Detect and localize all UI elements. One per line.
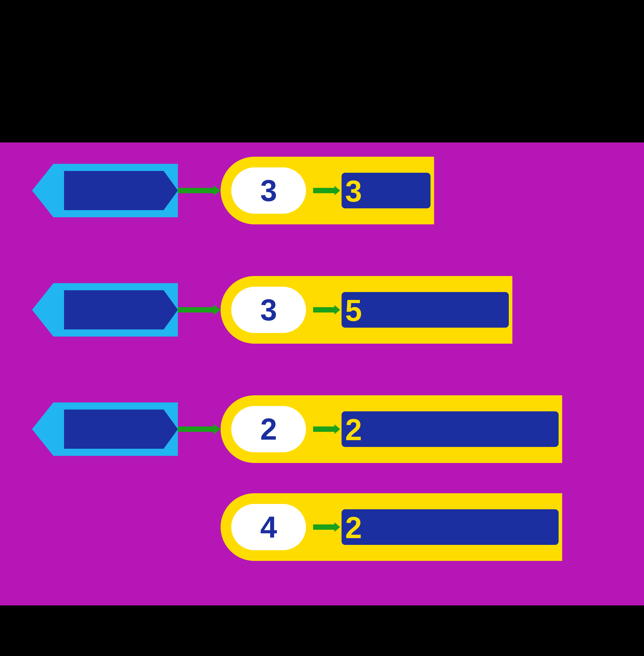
diagram-row: 2 2 2 [0,392,644,466]
row-pill: 3 5 [221,276,512,344]
row-bubble: 3 [231,167,306,214]
row-bubble-label: 4 [260,510,277,545]
row-tag-inner [64,171,164,210]
diagram-row: 2 3 5 [0,272,644,347]
row-bar-label: 5 [345,293,362,328]
row-tag: 3 [53,164,178,217]
row-tag-label: 2 [89,410,108,449]
row-tag-inner [64,290,164,329]
row-pill: 4 2 [221,493,562,561]
row-bar [342,292,509,328]
diagram-row: 4 2 [0,490,644,565]
inner-arrow-icon [313,427,335,432]
row-tag: 2 [53,283,178,336]
diagram-canvas: 3 3 3 2 3 [0,0,644,656]
row-bubble-label: 3 [260,173,277,208]
row-tag-label: 3 [89,171,108,210]
row-bubble: 3 [231,287,306,333]
row-bar-label: 2 [345,510,362,545]
row-bar [342,411,559,447]
row-bubble-label: 3 [260,292,277,327]
connector-arrow-icon [178,307,213,312]
row-bubble: 4 [231,504,306,550]
row-pill: 3 3 [221,157,434,224]
row-tag: 2 [53,402,178,456]
diagram-panel: 3 3 3 2 3 [0,143,644,606]
row-bar-label: 3 [345,174,362,209]
row-pill: 2 2 [221,395,562,463]
row-bubble-label: 2 [260,412,277,446]
connector-arrow-icon [178,188,213,193]
row-tag-label: 2 [89,290,108,329]
connector-arrow-icon [178,427,213,432]
row-bubble: 2 [231,406,306,452]
inner-arrow-icon [313,524,335,530]
inner-arrow-icon [313,307,335,312]
inner-arrow-icon [313,188,335,193]
diagram-row: 3 3 3 [0,153,644,228]
row-bar [342,509,559,545]
row-bar-label: 2 [345,412,362,447]
row-tag-inner [64,410,164,449]
